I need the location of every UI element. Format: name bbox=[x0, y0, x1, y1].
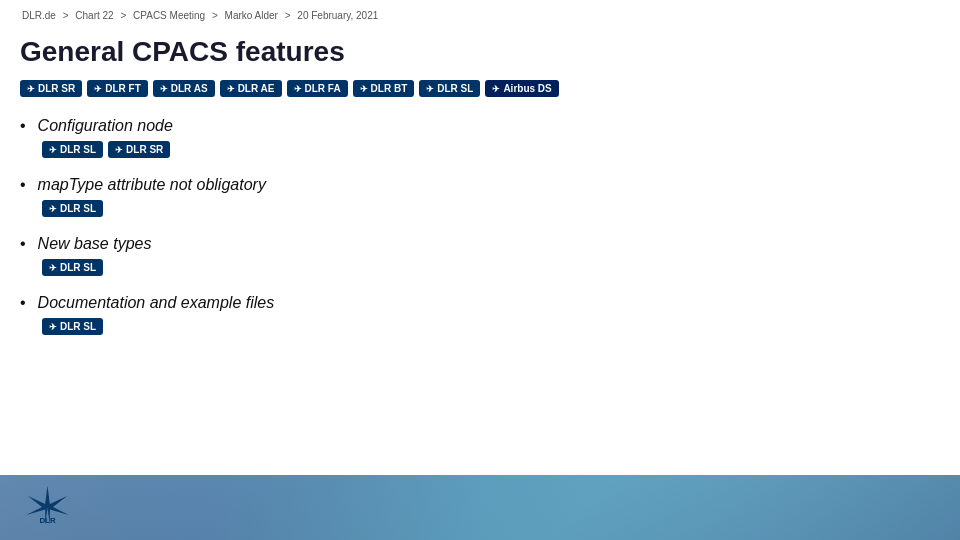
sub-badge-label: DLR SL bbox=[60, 321, 96, 332]
sub-badge-DLR-SL: ✈DLR SL bbox=[42, 318, 103, 335]
bullet-dot: • bbox=[20, 294, 26, 312]
bullet-item-docs: •Documentation and example files✈DLR SL bbox=[20, 294, 940, 335]
badge-label: Airbus DS bbox=[503, 83, 551, 94]
badge-SL: ✈DLR SL bbox=[419, 80, 480, 97]
badge-label: DLR SR bbox=[38, 83, 75, 94]
sub-badges: ✈DLR SL✈DLR SR bbox=[20, 141, 940, 158]
sub-badge-DLR-SL: ✈DLR SL bbox=[42, 141, 103, 158]
badge-AE: ✈DLR AE bbox=[220, 80, 282, 97]
badge-AS: ✈DLR AS bbox=[153, 80, 215, 97]
sub-badge-plane-icon: ✈ bbox=[49, 145, 57, 155]
bullet-text: Configuration node bbox=[38, 117, 173, 135]
breadcrumb-sep2: > bbox=[120, 10, 126, 21]
sub-badge-DLR-SR: ✈DLR SR bbox=[108, 141, 170, 158]
bullet-item-maptype: •mapType attribute not obligatory✈DLR SL bbox=[20, 176, 940, 217]
badge-label: DLR AE bbox=[238, 83, 275, 94]
bullet-dot: • bbox=[20, 176, 26, 194]
sub-badge-plane-icon: ✈ bbox=[49, 263, 57, 273]
bullet-label: •mapType attribute not obligatory bbox=[20, 176, 940, 194]
bullet-text: mapType attribute not obligatory bbox=[38, 176, 266, 194]
sub-badge-label: DLR SL bbox=[60, 203, 96, 214]
badge-plane-icon: ✈ bbox=[492, 84, 500, 94]
sub-badge-label: DLR SL bbox=[60, 144, 96, 155]
badge-label: DLR BT bbox=[371, 83, 408, 94]
breadcrumb-chart: Chart 22 bbox=[75, 10, 113, 21]
bullet-label: •Documentation and example files bbox=[20, 294, 940, 312]
sub-badge-label: DLR SL bbox=[60, 262, 96, 273]
breadcrumb-meeting: CPACS Meeting bbox=[133, 10, 205, 21]
bullet-label: •Configuration node bbox=[20, 117, 940, 135]
breadcrumb-site: DLR.de bbox=[22, 10, 56, 21]
bullet-list: •Configuration node✈DLR SL✈DLR SR•mapTyp… bbox=[0, 117, 960, 335]
badge-label: DLR FA bbox=[305, 83, 341, 94]
sub-badge-DLR-SL: ✈DLR SL bbox=[42, 200, 103, 217]
badge-label: DLR SL bbox=[437, 83, 473, 94]
badge-plane-icon: ✈ bbox=[426, 84, 434, 94]
sub-badge-plane-icon: ✈ bbox=[115, 145, 123, 155]
badge-plane-icon: ✈ bbox=[227, 84, 235, 94]
footer-logo: DLR bbox=[20, 481, 75, 530]
badge-label: DLR FT bbox=[105, 83, 141, 94]
badge-plane-icon: ✈ bbox=[360, 84, 368, 94]
badge-plane-icon: ✈ bbox=[160, 84, 168, 94]
breadcrumb-author: Marko Alder bbox=[225, 10, 278, 21]
bullet-text: Documentation and example files bbox=[38, 294, 275, 312]
bullet-item-config: •Configuration node✈DLR SL✈DLR SR bbox=[20, 117, 940, 158]
svg-text:DLR: DLR bbox=[39, 516, 55, 525]
bullet-dot: • bbox=[20, 117, 26, 135]
bullet-item-basetypes: •New base types✈DLR SL bbox=[20, 235, 940, 276]
breadcrumb-date: 20 February, 2021 bbox=[297, 10, 378, 21]
sub-badge-DLR-SL: ✈DLR SL bbox=[42, 259, 103, 276]
badge-BT: ✈DLR BT bbox=[353, 80, 415, 97]
badge-FA: ✈DLR FA bbox=[287, 80, 348, 97]
badge-FT: ✈DLR FT bbox=[87, 80, 148, 97]
bullet-text: New base types bbox=[38, 235, 152, 253]
breadcrumb-sep1: > bbox=[63, 10, 69, 21]
bullet-dot: • bbox=[20, 235, 26, 253]
badge-SR: ✈DLR SR bbox=[20, 80, 82, 97]
sub-badges: ✈DLR SL bbox=[20, 318, 940, 335]
breadcrumb: DLR.de > Chart 22 > CPACS Meeting > Mark… bbox=[0, 0, 960, 26]
breadcrumb-sep4: > bbox=[285, 10, 291, 21]
footer-overlay bbox=[0, 475, 960, 540]
badge-label: DLR AS bbox=[171, 83, 208, 94]
sub-badge-plane-icon: ✈ bbox=[49, 204, 57, 214]
breadcrumb-sep3: > bbox=[212, 10, 218, 21]
bullet-label: •New base types bbox=[20, 235, 940, 253]
top-badges-row: ✈DLR SR✈DLR FT✈DLR AS✈DLR AE✈DLR FA✈DLR … bbox=[0, 80, 960, 117]
sub-badges: ✈DLR SL bbox=[20, 259, 940, 276]
badge-plane-icon: ✈ bbox=[294, 84, 302, 94]
badge-plane-icon: ✈ bbox=[27, 84, 35, 94]
sub-badge-label: DLR SR bbox=[126, 144, 163, 155]
sub-badges: ✈DLR SL bbox=[20, 200, 940, 217]
sub-badge-plane-icon: ✈ bbox=[49, 322, 57, 332]
page-title: General CPACS features bbox=[0, 26, 960, 80]
badge-Airbus: ✈Airbus DS bbox=[485, 80, 558, 97]
footer: DLR bbox=[0, 475, 960, 540]
badge-plane-icon: ✈ bbox=[94, 84, 102, 94]
